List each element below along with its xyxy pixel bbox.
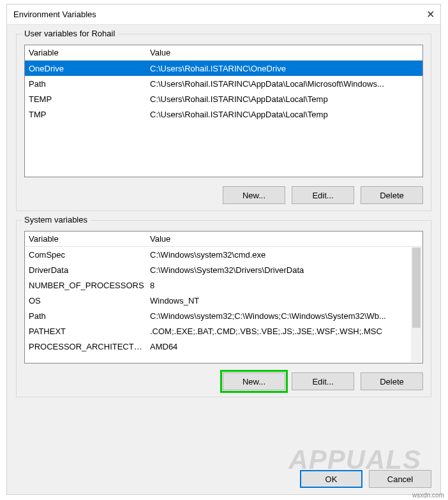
system-variables-buttons: New... Edit... Delete xyxy=(24,372,423,390)
cell-variable: NUMBER_OF_PROCESSORS xyxy=(25,281,146,290)
cell-value: C:\Windows\system32;C:\Windows;C:\Window… xyxy=(146,311,422,321)
user-delete-button[interactable]: Delete xyxy=(361,186,423,204)
cell-variable: TEMP xyxy=(25,94,146,104)
system-variables-group: System variables Variable Value ComSpec … xyxy=(16,220,431,397)
system-variables-header: Variable Value xyxy=(25,232,422,247)
table-row[interactable]: ComSpec C:\Windows\system32\cmd.exe xyxy=(25,247,422,262)
cell-value: AMD64 xyxy=(146,342,422,351)
titlebar: Environment Variables ✕ xyxy=(7,4,440,25)
column-header-value[interactable]: Value xyxy=(146,234,422,244)
column-header-value[interactable]: Value xyxy=(146,48,422,57)
system-new-button[interactable]: New... xyxy=(223,372,285,390)
column-header-variable[interactable]: Variable xyxy=(25,234,146,244)
dialog-content: User variables for Rohail Variable Value… xyxy=(7,25,440,411)
system-delete-button[interactable]: Delete xyxy=(361,372,423,390)
environment-variables-dialog: Environment Variables ✕ User variables f… xyxy=(6,4,441,495)
user-variables-header: Variable Value xyxy=(25,45,422,61)
cell-value: C:\Windows\System32\Drivers\DriverData xyxy=(146,265,422,275)
user-edit-button[interactable]: Edit... xyxy=(292,186,354,204)
cell-variable: DriverData xyxy=(25,265,146,275)
table-row[interactable]: OS Windows_NT xyxy=(25,293,422,308)
user-variables-legend: User variables for Rohail xyxy=(22,29,117,38)
cell-value: Windows_NT xyxy=(146,296,422,305)
cell-variable: OS xyxy=(25,296,146,305)
cancel-button[interactable]: Cancel xyxy=(369,470,431,488)
cell-variable: PATHEXT xyxy=(25,327,146,336)
cell-value: C:\Windows\system32\cmd.exe xyxy=(146,250,422,260)
table-row[interactable]: OneDrive C:\Users\Rohail.ISTARINC\OneDri… xyxy=(25,61,422,76)
cell-variable: PROCESSOR_ARCHITECTU... xyxy=(25,342,146,351)
user-variables-buttons: New... Edit... Delete xyxy=(24,186,423,204)
system-variables-legend: System variables xyxy=(22,215,90,224)
dialog-title: Environment Variables xyxy=(13,10,96,19)
table-row[interactable]: TEMP C:\Users\Rohail.ISTARINC\AppData\Lo… xyxy=(25,91,422,107)
cell-value: C:\Users\Rohail.ISTARINC\OneDrive xyxy=(146,64,422,73)
cell-variable: OneDrive xyxy=(25,64,146,73)
table-row[interactable]: Path C:\Users\Rohail.ISTARINC\AppData\Lo… xyxy=(25,76,422,91)
system-edit-button[interactable]: Edit... xyxy=(292,372,354,390)
user-new-button[interactable]: New... xyxy=(223,186,285,204)
column-header-variable[interactable]: Variable xyxy=(25,48,146,57)
user-variables-list[interactable]: Variable Value OneDrive C:\Users\Rohail.… xyxy=(24,45,423,177)
table-row[interactable]: TMP C:\Users\Rohail.ISTARINC\AppData\Loc… xyxy=(25,107,422,122)
cell-variable: Path xyxy=(25,79,146,89)
cell-value: 8 xyxy=(146,281,422,290)
cell-value: C:\Users\Rohail.ISTARINC\AppData\Local\T… xyxy=(146,110,422,119)
cell-value: C:\Users\Rohail.ISTARINC\AppData\Local\T… xyxy=(146,94,422,104)
table-row[interactable]: NUMBER_OF_PROCESSORS 8 xyxy=(25,277,422,293)
ok-button[interactable]: OK xyxy=(300,470,362,488)
system-variables-list[interactable]: Variable Value ComSpec C:\Windows\system… xyxy=(24,231,423,364)
cell-value: .COM;.EXE;.BAT;.CMD;.VBS;.VBE;.JS;.JSE;.… xyxy=(146,327,422,336)
cell-variable: ComSpec xyxy=(25,250,146,260)
cell-variable: TMP xyxy=(25,110,146,119)
dialog-footer: OK Cancel xyxy=(300,470,431,488)
table-row[interactable]: PATHEXT .COM;.EXE;.BAT;.CMD;.VBS;.VBE;.J… xyxy=(25,323,422,339)
scrollbar-thumb[interactable] xyxy=(412,247,421,328)
table-row[interactable]: PROCESSOR_ARCHITECTU... AMD64 xyxy=(25,339,422,354)
table-row[interactable]: Path C:\Windows\system32;C:\Windows;C:\W… xyxy=(25,308,422,323)
cell-variable: Path xyxy=(25,311,146,321)
credit: wsxdn.com xyxy=(412,492,444,499)
table-row[interactable]: DriverData C:\Windows\System32\Drivers\D… xyxy=(25,262,422,277)
user-variables-group: User variables for Rohail Variable Value… xyxy=(16,34,431,211)
scrollbar[interactable] xyxy=(411,247,422,362)
close-icon[interactable]: ✕ xyxy=(420,4,440,25)
cell-value: C:\Users\Rohail.ISTARINC\AppData\Local\M… xyxy=(146,79,422,89)
